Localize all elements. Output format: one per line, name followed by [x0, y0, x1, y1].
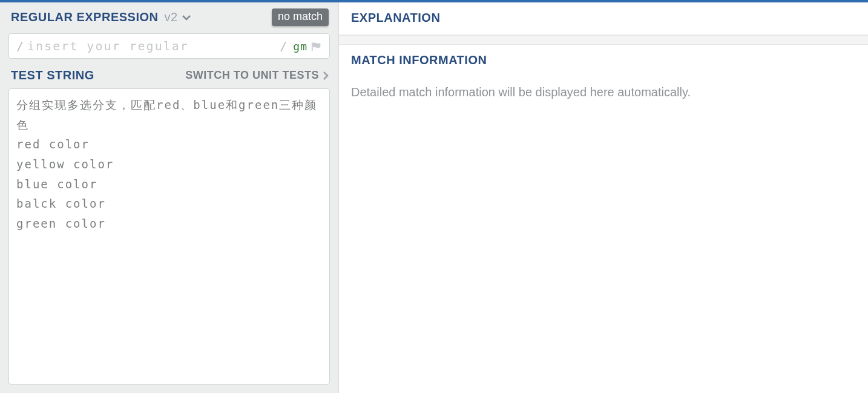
regex-flags[interactable]: gm	[293, 40, 307, 53]
flag-icon[interactable]	[311, 42, 322, 50]
match-info-title: MATCH INFORMATION	[351, 53, 487, 67]
right-column: EXPLANATION MATCH INFORMATION Detailed m…	[339, 2, 868, 284]
regex-version-selector[interactable]: v2	[164, 10, 191, 24]
match-info-placeholder: Detailed match information will be displ…	[351, 85, 691, 99]
explanation-title: EXPLANATION	[351, 11, 440, 24]
match-info-body: Detailed match information will be displ…	[339, 77, 868, 108]
main-layout: REGULAR EXPRESSION v2 no match / / gm TE…	[0, 2, 868, 393]
panel-gap	[339, 35, 868, 45]
test-string-header-row: TEST STRING SWITCH TO UNIT TESTS	[0, 67, 338, 88]
regex-input[interactable]	[27, 39, 280, 53]
switch-to-unit-tests-button[interactable]: SWITCH TO UNIT TESTS	[185, 69, 329, 82]
match-info-panel-header[interactable]: MATCH INFORMATION	[339, 45, 868, 77]
regex-title-block: REGULAR EXPRESSION v2	[11, 10, 191, 24]
regex-close-delim: /	[280, 39, 287, 53]
explanation-panel-header[interactable]: EXPLANATION	[339, 2, 868, 35]
regex-title: REGULAR EXPRESSION	[11, 10, 158, 24]
regex-open-delim: /	[16, 39, 24, 53]
regex-input-wrap[interactable]: / / gm	[8, 33, 330, 59]
chevron-right-icon	[323, 71, 329, 80]
switch-unit-label: SWITCH TO UNIT TESTS	[185, 69, 319, 82]
regex-version-label: v2	[164, 10, 177, 24]
no-match-badge: no match	[272, 8, 329, 26]
test-string-title: TEST STRING	[11, 68, 94, 82]
regex-header-row: REGULAR EXPRESSION v2 no match	[0, 2, 338, 31]
left-column: REGULAR EXPRESSION v2 no match / / gm TE…	[0, 2, 339, 393]
test-string-textarea[interactable]	[8, 88, 330, 385]
regex-flags-text: gm	[293, 40, 307, 53]
chevron-down-icon	[182, 13, 191, 22]
